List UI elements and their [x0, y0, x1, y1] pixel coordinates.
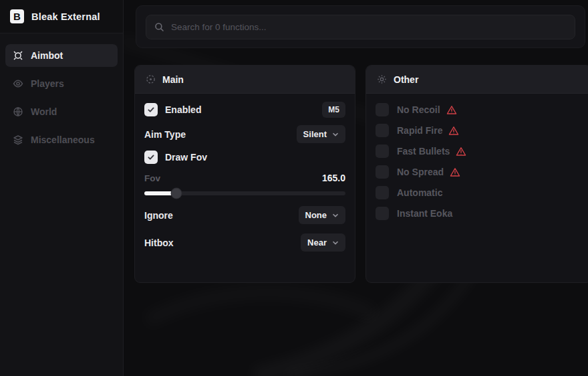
- sidebar-item-label: World: [31, 106, 57, 117]
- keybind-button[interactable]: M5: [322, 102, 345, 118]
- aim-type-dropdown[interactable]: Silent: [297, 125, 345, 143]
- automatic-checkbox[interactable]: [376, 186, 389, 199]
- automatic-label: Automatic: [397, 187, 442, 198]
- chevron-down-icon: [332, 131, 339, 138]
- fov-slider[interactable]: [144, 188, 345, 198]
- sidebar-nav: Aimbot Players World: [0, 33, 123, 162]
- toggle-row-instant-eoka: Instant Eoka: [376, 207, 582, 220]
- other-panel: Other No Recoil Rapid Fire Fast Bullets: [365, 65, 588, 283]
- rapid-fire-label: Rapid Fire: [397, 125, 442, 136]
- toggle-row-no-recoil: No Recoil: [376, 103, 582, 116]
- crosshair-icon: [13, 50, 23, 61]
- main-panel-body: Enabled M5 Aim Type Silent Draw Fov Fov …: [135, 94, 355, 252]
- panel-title: Other: [394, 74, 418, 85]
- ignore-dropdown[interactable]: None: [299, 206, 346, 224]
- toggle-row-rapid-fire: Rapid Fire: [376, 124, 582, 137]
- sidebar-item-aimbot[interactable]: Aimbot: [5, 44, 118, 67]
- brand-header: B Bleak External: [0, 0, 123, 33]
- no-recoil-checkbox[interactable]: [376, 103, 389, 116]
- other-panel-header: Other: [366, 66, 588, 94]
- chevron-down-icon: [332, 240, 339, 246]
- fast-bullets-checkbox[interactable]: [376, 145, 389, 158]
- main-panel-header: Main: [135, 66, 355, 94]
- warning-icon: [450, 167, 460, 177]
- app-title: Bleak External: [31, 11, 100, 22]
- ignore-label: Ignore: [144, 210, 173, 221]
- aim-type-label: Aim Type: [144, 129, 186, 140]
- hitbox-row: Hitbox Near: [144, 233, 345, 252]
- fov-value-row: Fov 165.0: [144, 173, 345, 183]
- draw-fov-checkbox[interactable]: [144, 151, 158, 164]
- warning-icon: [456, 147, 466, 157]
- no-spread-checkbox[interactable]: [376, 165, 389, 179]
- app-logo: B: [10, 9, 24, 23]
- fast-bullets-label: Fast Bullets: [397, 146, 450, 157]
- search-icon: [154, 22, 164, 32]
- draw-fov-label: Draw Fov: [165, 152, 207, 163]
- enabled-label: Enabled: [165, 104, 201, 115]
- fov-value: 165.0: [322, 173, 345, 183]
- enabled-row: Enabled M5: [144, 102, 345, 118]
- ignore-value: None: [305, 210, 327, 220]
- ignore-row: Ignore None: [144, 206, 345, 224]
- sidebar-item-label: Miscellaneous: [31, 134, 95, 145]
- panel-title: Main: [162, 74, 184, 85]
- toggle-row-fast-bullets: Fast Bullets: [376, 145, 582, 158]
- instant-eoka-label: Instant Eoka: [397, 208, 452, 219]
- search-container: [136, 5, 585, 48]
- enabled-checkbox[interactable]: [144, 103, 158, 116]
- fov-label: Fov: [144, 173, 160, 183]
- sidebar-item-label: Players: [31, 78, 64, 89]
- aim-type-row: Aim Type Silent: [144, 125, 345, 143]
- warning-icon: [446, 105, 457, 115]
- no-spread-label: No Spread: [397, 167, 444, 177]
- draw-fov-row: Draw Fov: [144, 151, 345, 164]
- warning-icon: [448, 126, 459, 136]
- other-panel-body: No Recoil Rapid Fire Fast Bullets: [366, 94, 588, 220]
- hitbox-value: Near: [307, 238, 327, 248]
- search-box[interactable]: [146, 15, 575, 39]
- toggle-row-no-spread: No Spread: [376, 165, 582, 179]
- aim-type-value: Silent: [303, 129, 327, 139]
- slider-thumb[interactable]: [172, 188, 182, 198]
- toggle-row-automatic: Automatic: [376, 186, 582, 199]
- sidebar-item-label: Aimbot: [31, 50, 63, 61]
- target-icon: [146, 74, 156, 84]
- layers-icon: [13, 134, 23, 145]
- chevron-down-icon: [332, 212, 339, 219]
- instant-eoka-checkbox[interactable]: [376, 207, 389, 220]
- gear-icon: [377, 74, 387, 84]
- hitbox-dropdown[interactable]: Near: [301, 233, 345, 252]
- sidebar-item-world[interactable]: World: [5, 100, 118, 123]
- search-input[interactable]: [171, 22, 567, 32]
- no-recoil-label: No Recoil: [397, 104, 440, 115]
- sidebar: B Bleak External Aimbot Players: [0, 0, 124, 376]
- eye-icon: [13, 78, 23, 89]
- main-panel: Main Enabled M5 Aim Type Silent: [134, 65, 355, 283]
- sidebar-item-players[interactable]: Players: [5, 72, 118, 95]
- sidebar-item-miscellaneous[interactable]: Miscellaneous: [5, 128, 118, 151]
- globe-icon: [13, 106, 23, 117]
- hitbox-label: Hitbox: [144, 238, 174, 248]
- rapid-fire-checkbox[interactable]: [376, 124, 389, 137]
